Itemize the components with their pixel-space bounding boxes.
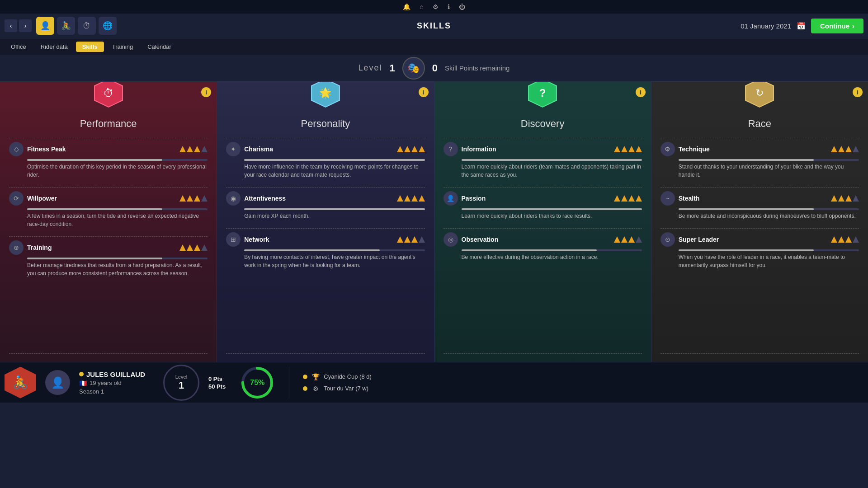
nav-icons: 👤 🚴 ⏱ 🌐 (36, 17, 117, 35)
rider-avatar: 👤 (45, 370, 70, 395)
performance-title: Performance (9, 118, 208, 130)
personality-info-button[interactable]: i (419, 87, 429, 97)
bottom-level-num: 1 (179, 380, 184, 391)
system-bar: 🔔 ⌂ ⚙ ℹ ⏻ (0, 0, 868, 14)
skill-points-label: Skill Points remaining (445, 64, 509, 72)
race-events: 🏆 Cyanide Cup (8 d) ⚙ Tour du Var (7 w) (303, 372, 372, 393)
skill-fitness-peak: ◇ Fitness Peak Optimise the duration of … (9, 142, 208, 182)
observation-name: Observation (462, 236, 610, 243)
skill-technique: ⚙ Technique Stand out thanks to your und… (660, 142, 859, 182)
willpower-stars (179, 195, 208, 202)
skill-charisma: ✦ Charisma Have more influence in the te… (226, 142, 425, 182)
discovery-title: Discovery (443, 118, 642, 130)
race-hex-icon: ↻ (744, 82, 775, 109)
cycle-icon: ⚙ (311, 384, 320, 393)
nav-person-icon-button[interactable]: 👤 (36, 17, 54, 35)
info-icon[interactable]: ℹ (448, 3, 450, 10)
network-desc: By having more contacts of interest, hav… (244, 253, 425, 269)
fitness-peak-name: Fitness Peak (27, 145, 176, 153)
skill-observation: ◎ Observation Be more effective during t… (443, 232, 642, 264)
skill-passion: 👤 Passion Learn more quickly about rider… (443, 191, 642, 223)
card-discovery: ? i Discovery ? Information Learn more q… (434, 82, 651, 362)
nav-arrows: ‹ › (5, 19, 32, 32)
level-label: Level (359, 63, 382, 73)
card-personality: 🌟 i Personality ✦ Charisma Have more inf… (217, 82, 434, 362)
race-title: Race (660, 118, 859, 130)
nav-clock-icon-button[interactable]: ⏱ (78, 17, 96, 35)
gear-icon[interactable]: ⚙ (433, 3, 439, 10)
nav-back-button[interactable]: ‹ (5, 19, 17, 32)
performance-info-button[interactable]: i (201, 87, 211, 97)
power-icon[interactable]: ⏻ (459, 3, 465, 10)
training-desc: Better manage tiredness that results fro… (27, 261, 208, 277)
bottom-divider (289, 367, 289, 399)
race-dot-0 (303, 375, 307, 379)
card-performance: ⏱ i Performance ◇ Fitness Peak Optimise … (0, 82, 217, 362)
information-name: Information (462, 145, 610, 153)
rider-season-text: Season 1 (79, 388, 145, 395)
charisma-stars (397, 146, 425, 152)
discovery-info-button[interactable]: i (636, 87, 646, 97)
discovery-hex-icon: ? (527, 82, 558, 109)
bottom-level-circle: Level 1 (163, 365, 199, 401)
card-race: ↻ i Race ⚙ Technique Stand out thanks to… (651, 82, 868, 362)
skill-training: ⊕ Training Better manage tiredness that … (9, 240, 208, 280)
skill-information: ? Information Learn more quickly about r… (443, 142, 642, 182)
date-display: 01 January 2021 (741, 22, 791, 30)
tab-rider-data[interactable]: Rider data (34, 42, 74, 52)
information-stars (614, 146, 642, 152)
bottom-level-label: Level (175, 374, 187, 380)
bell-icon[interactable]: 🔔 (403, 3, 410, 10)
training-stars (179, 244, 208, 251)
tab-skills[interactable]: Skills (76, 42, 104, 52)
skill-stealth: ~ Stealth Be more astute and inconspicuo… (660, 191, 859, 223)
willpower-name: Willpower (27, 195, 176, 202)
progress-circle: 75% (239, 365, 275, 401)
fitness-peak-icon: ◇ (9, 142, 24, 156)
willpower-desc: A few times in a season, turn the tide a… (27, 212, 208, 228)
tab-training[interactable]: Training (106, 42, 139, 52)
skill-points-number: 0 (432, 62, 438, 74)
level-avatar: 🎭 (402, 57, 425, 80)
level-pts: 0 Pts 50 Pts (208, 375, 226, 390)
technique-icon: ⚙ (660, 142, 675, 156)
total-pts: 50 Pts (208, 383, 226, 390)
training-icon: ⊕ (9, 240, 24, 255)
nav-globe-icon-button[interactable]: 🌐 (99, 17, 117, 35)
willpower-icon: ⟳ (9, 191, 24, 206)
network-name: Network (244, 236, 393, 243)
passion-name: Passion (462, 195, 610, 202)
attentiveness-desc: Gain more XP each month. (244, 212, 425, 220)
stealth-icon: ~ (660, 191, 675, 206)
tab-calendar[interactable]: Calendar (141, 42, 178, 52)
charisma-icon: ✦ (226, 142, 241, 156)
tab-office[interactable]: Office (5, 42, 33, 52)
race-dot-1 (303, 386, 307, 391)
current-pts: 0 Pts (208, 375, 222, 382)
level-bar: Level 1 🎭 0 Skill Points remaining (0, 55, 868, 82)
super-leader-desc: When you have the role of leader in a ra… (679, 253, 859, 269)
continue-button[interactable]: Continue › (811, 19, 863, 33)
super-leader-name: Super Leader (679, 236, 827, 243)
race-event-0: 🏆 Cyanide Cup (8 d) (303, 372, 372, 381)
home-icon[interactable]: ⌂ (420, 3, 423, 10)
nav-right: 01 January 2021 📅 Continue › (741, 19, 863, 33)
rider-team-hex: 🚴 (5, 367, 36, 399)
information-desc: Learn more quickly about riders (team-ma… (462, 163, 642, 179)
attentiveness-icon: ◉ (226, 191, 241, 206)
nav-cycle-icon-button[interactable]: 🚴 (57, 17, 75, 35)
passion-stars (614, 195, 642, 202)
passion-icon: 👤 (443, 191, 458, 206)
technique-desc: Stand out thanks to your understanding o… (679, 163, 859, 179)
training-name: Training (27, 244, 176, 251)
charisma-name: Charisma (244, 145, 393, 153)
race-info-button[interactable]: i (853, 87, 863, 97)
rider-name-text: JULES GUILLAUD (86, 371, 145, 378)
nav-forward-button[interactable]: › (19, 19, 32, 32)
information-icon: ? (443, 142, 458, 156)
skill-attentiveness: ◉ Attentiveness Gain more XP each month. (226, 191, 425, 223)
calendar-icon-button[interactable]: 📅 (797, 22, 806, 30)
skill-willpower: ⟳ Willpower A few times in a season, tur… (9, 191, 208, 231)
race-name-0: Cyanide Cup (8 d) (324, 373, 372, 380)
fitness-peak-stars (179, 146, 208, 152)
